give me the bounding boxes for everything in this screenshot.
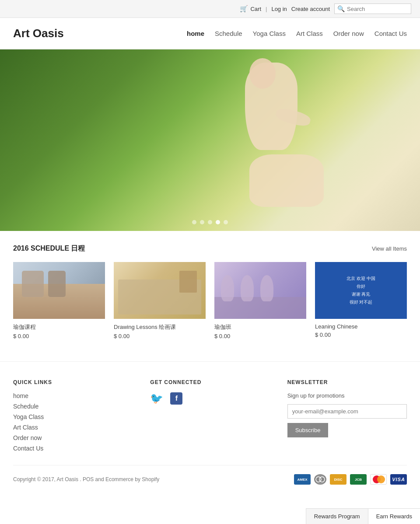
nav-home[interactable]: home [187, 30, 204, 37]
hero-dots [192, 220, 228, 224]
cart-label: Cart [250, 6, 261, 12]
payment-icons: AMEX DISC JCB VISA [294, 474, 407, 485]
product-card[interactable]: 北京 欢迎 中国你好谢谢 再见很好 对不起 Leaning Chinese $ … [315, 262, 407, 339]
site-logo[interactable]: Art Oasis [13, 27, 64, 40]
product-price: $ 0.00 [214, 333, 306, 339]
footer: QUICK LINKS home Schedule Yoga Class Art… [0, 361, 420, 493]
mastercard-icon [370, 474, 387, 485]
get-connected-section: GET CONNECTED 🐦 f [150, 379, 270, 452]
svg-point-0 [316, 475, 325, 484]
footer-link-home[interactable]: home [13, 392, 133, 399]
footer-link-yoga[interactable]: Yoga Class [13, 413, 133, 420]
product-name: 瑜伽课程 [13, 323, 105, 331]
main-nav: home Schedule Yoga Class Art Class Order… [187, 30, 407, 37]
amex-icon: AMEX [294, 474, 311, 485]
footer-social: 🐦 f [150, 392, 270, 405]
hero-dot-3[interactable] [208, 220, 212, 224]
svg-point-4 [377, 475, 385, 483]
section-header: 2016 SCHEDULE 日程 View all Items [13, 244, 407, 253]
nav-schedule[interactable]: Schedule [215, 30, 242, 37]
newsletter-section: NEWSLETTER Sign up for promotions Subscr… [287, 379, 407, 452]
products-grid: 瑜伽课程 $ 0.00 Drawing Lessons 绘画课 $ 0.00 瑜… [13, 262, 407, 339]
create-account-link[interactable]: Create account [291, 6, 330, 12]
product-name: 瑜伽班 [214, 323, 306, 331]
footer-link-art[interactable]: Art Class [13, 424, 133, 431]
footer-link-schedule[interactable]: Schedule [13, 403, 133, 410]
login-link[interactable]: Log in [271, 6, 287, 12]
facebook-icon[interactable]: f [170, 392, 182, 405]
newsletter-title: NEWSLETTER [287, 379, 407, 385]
hero-dot-2[interactable] [200, 220, 204, 224]
product-price: $ 0.00 [315, 332, 407, 338]
footer-bottom: Copyright © 2017, Art Oasis . POS and Ec… [13, 465, 407, 485]
nav-art-class[interactable]: Art Class [296, 30, 323, 37]
search-submit-button[interactable]: 🔍 [337, 5, 345, 12]
section-title: 2016 SCHEDULE 日程 [13, 244, 85, 253]
cart-icon: 🛒 [240, 5, 248, 13]
quick-links-title: QUICK LINKS [13, 379, 133, 385]
top-bar: 🛒 Cart | Log in Create account 🔍 [0, 0, 420, 18]
twitter-icon[interactable]: 🐦 [150, 392, 163, 405]
cart-link[interactable]: 🛒 Cart [240, 5, 261, 13]
products-section: 2016 SCHEDULE 日程 View all Items 瑜伽课程 $ 0… [0, 231, 420, 348]
search-form: 🔍 [334, 3, 411, 14]
footer-link-contact[interactable]: Contact Us [13, 445, 133, 452]
separator: | [266, 6, 267, 12]
product-card[interactable]: 瑜伽班 $ 0.00 [214, 262, 306, 339]
jcb-icon: JCB [350, 474, 367, 485]
nav-contact-us[interactable]: Contact Us [374, 30, 407, 37]
product-image [114, 262, 206, 319]
footer-link-order[interactable]: Order now [13, 434, 133, 441]
nav-yoga-class[interactable]: Yoga Class [253, 30, 286, 37]
footer-grid: QUICK LINKS home Schedule Yoga Class Art… [13, 379, 407, 452]
newsletter-email-input[interactable] [287, 404, 407, 419]
quick-links-section: QUICK LINKS home Schedule Yoga Class Art… [13, 379, 133, 452]
product-image [214, 262, 306, 319]
hero-slider [0, 49, 420, 231]
footer-links: home Schedule Yoga Class Art Class Order… [13, 392, 133, 452]
diners-icon [314, 474, 326, 485]
product-card[interactable]: Drawing Lessons 绘画课 $ 0.00 [114, 262, 206, 339]
newsletter-form: Subscribe [287, 404, 407, 437]
product-price: $ 0.00 [13, 333, 105, 339]
product-image: 北京 欢迎 中国你好谢谢 再见很好 对不起 [315, 262, 407, 319]
header: Art Oasis home Schedule Yoga Class Art C… [0, 18, 420, 49]
product-price: $ 0.00 [114, 333, 206, 339]
nav-order-now[interactable]: Order now [333, 30, 364, 37]
view-all-link[interactable]: View all Items [372, 245, 407, 252]
hero-dot-1[interactable] [192, 220, 196, 224]
hero-image [0, 49, 420, 231]
search-input[interactable] [347, 6, 408, 12]
product-image [13, 262, 105, 319]
copyright-text: Copyright © 2017, Art Oasis . POS and Ec… [13, 476, 159, 482]
product-name: Leaning Chinese [315, 323, 407, 330]
hero-dot-5[interactable] [224, 220, 228, 224]
newsletter-signup-text: Sign up for promotions [287, 392, 407, 399]
discover-icon: DISC [330, 474, 346, 485]
subscribe-button[interactable]: Subscribe [287, 423, 329, 437]
get-connected-title: GET CONNECTED [150, 379, 270, 385]
product-name: Drawing Lessons 绘画课 [114, 323, 206, 331]
hero-dot-4[interactable] [216, 220, 220, 224]
visa-icon: VISA [390, 474, 407, 485]
product-card[interactable]: 瑜伽课程 $ 0.00 [13, 262, 105, 339]
